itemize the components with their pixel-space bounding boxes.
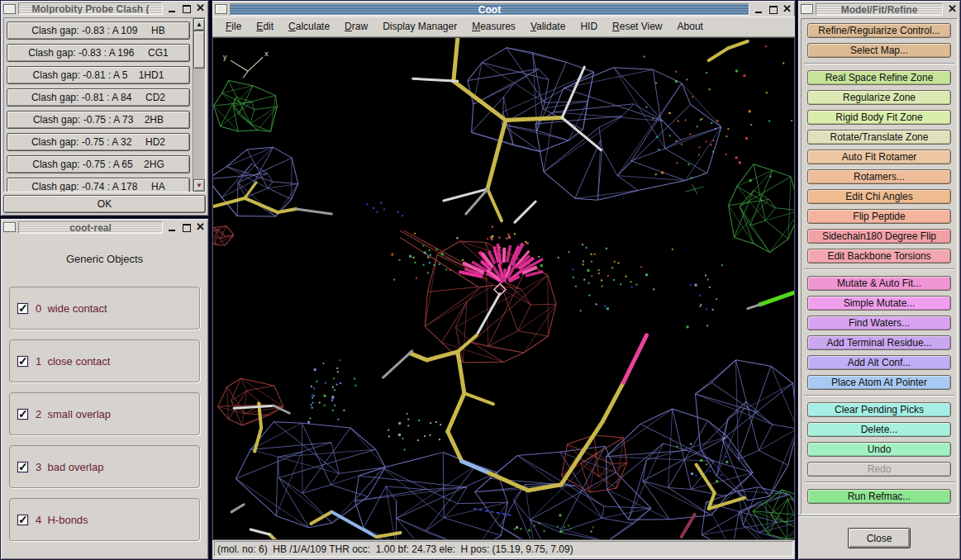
menu-validate[interactable]: Validate [524, 17, 573, 36]
mfr-close-area: Close [798, 516, 960, 559]
rotamers-button[interactable]: Rotamers... [807, 169, 951, 184]
generic-object-toggle[interactable]: 2 small overlap [17, 408, 111, 420]
run-refmac-button[interactable]: Run Refmac... [807, 489, 951, 504]
rigid-body-fit-zone-button[interactable]: Rigid Body Fit Zone [807, 110, 951, 125]
flip-peptide-button[interactable]: Flip Peptide [807, 209, 951, 224]
menu-calculate[interactable]: Calculate [282, 17, 336, 36]
window-menu-icon[interactable] [3, 4, 16, 14]
mfr-window-title: Model/Fit/Refine [816, 3, 943, 16]
edit-backbone-torsions-button[interactable]: Edit Backbone Torsions [807, 249, 951, 263]
generic-objects-list: 0 wide contact1 close contact2 small ove… [1, 287, 208, 541]
regularize-zone-button[interactable]: Regularize Zone [807, 90, 951, 105]
generic-object-toggle[interactable]: 3 bad overlap [17, 461, 103, 473]
place-atom-at-pointer-button[interactable]: Place Atom At Pointer [807, 375, 951, 390]
generic-window-titlebar[interactable]: coot-real ✕ [1, 219, 208, 235]
scroll-down-icon[interactable]: ▼ [193, 179, 205, 192]
model-fit-refine-window: Model/Fit/Refine ✕ Refine/Regularize Con… [797, 0, 961, 560]
menu-file[interactable]: File [219, 17, 248, 36]
checkbox-checked-icon[interactable] [17, 462, 28, 472]
add-terminal-residue-button[interactable]: Add Terminal Residue... [807, 335, 951, 350]
find-waters-button[interactable]: Find Waters... [807, 316, 951, 330]
clash-item-button[interactable]: Clash gap: -0.74 : A 178 HA [7, 178, 190, 192]
clash-window-titlebar[interactable]: Molprobity Probe Clash ( ✕ [1, 1, 208, 16]
generic-object-frame: 1 close contact [9, 339, 200, 382]
window-menu-icon[interactable] [3, 222, 16, 232]
clash-window-title: Molprobity Probe Clash ( [18, 2, 163, 15]
clash-item-button[interactable]: Clash gap: -0.83 : A 196 CG1 [7, 44, 190, 62]
clash-item-button[interactable]: Clash gap: -0.81 : A 84 CD2 [7, 88, 190, 107]
generic-object-label: 3 bad overlap [36, 461, 103, 473]
add-alt-conf-button[interactable]: Add Alt Conf... [807, 355, 951, 370]
undo-button[interactable]: Undo [807, 442, 951, 457]
clash-item-button[interactable]: Clash gap: -0.81 : A 5 1HD1 [7, 66, 190, 84]
generic-object-toggle[interactable]: 0 wide contact [17, 302, 107, 315]
clash-items: Clash gap: -0.83 : A 109 HBClash gap: -0… [4, 18, 193, 192]
checkbox-checked-icon[interactable] [17, 303, 28, 314]
window-menu-icon[interactable] [215, 4, 227, 14]
mutate-auto-fit-button[interactable]: Mutate & Auto Fit... [807, 276, 951, 291]
clash-item-button[interactable]: Clash gap: -0.75 : A 65 2HG [7, 155, 190, 173]
clash-list: Clash gap: -0.83 : A 109 HBClash gap: -0… [3, 17, 206, 192]
menu-reset-view[interactable]: Reset View [606, 17, 668, 36]
clash-item-button[interactable]: Clash gap: -0.75 : A 32 HD2 [7, 133, 190, 151]
menu-display-manager[interactable]: Display Manager [376, 17, 464, 36]
select-map-button[interactable]: Select Map... [807, 43, 951, 58]
axis-label: y [223, 53, 227, 61]
menu-about[interactable]: About [671, 17, 710, 36]
close-icon[interactable]: ✕ [195, 3, 206, 14]
close-icon[interactable]: ✕ [195, 222, 206, 233]
edit-chi-angles-button[interactable]: Edit Chi Angles [807, 189, 951, 204]
close-icon[interactable]: ✕ [947, 4, 958, 15]
auto-fit-rotamer-button[interactable]: Auto Fit Rotamer [807, 149, 951, 164]
main-window-titlebar[interactable]: Coot ✕ [212, 1, 795, 17]
generic-object-toggle[interactable]: 4 H-bonds [17, 514, 88, 526]
generic-object-toggle[interactable]: 1 close contact [17, 355, 110, 368]
generic-object-label: 4 H-bonds [36, 514, 88, 526]
menu-measures[interactable]: Measures [465, 17, 522, 36]
maximize-icon[interactable] [181, 222, 192, 233]
menu-draw[interactable]: Draw [338, 17, 374, 36]
close-button[interactable]: Close [848, 528, 911, 548]
clash-item-button[interactable]: Clash gap: -0.83 : A 109 HB [7, 21, 190, 40]
status-text: (mol. no: 6) HB /1/A/109 THR occ: 1.00 b… [214, 541, 793, 557]
checkbox-checked-icon[interactable] [17, 356, 28, 367]
molecular-viewport[interactable]: xy [213, 38, 794, 539]
minimize-icon[interactable] [167, 222, 178, 233]
checkbox-checked-icon[interactable] [17, 409, 28, 420]
generic-object-frame: 2 small overlap [9, 392, 200, 435]
generic-objects-window: coot-real ✕ Generic Objects 0 wide conta… [0, 218, 209, 560]
clash-list-scrollbar[interactable]: ▲ ▼ [193, 18, 205, 192]
minimize-icon[interactable] [167, 3, 178, 14]
close-icon[interactable]: ✕ [782, 4, 792, 15]
generic-object-label: 2 small overlap [36, 408, 111, 420]
scroll-up-icon[interactable]: ▲ [193, 18, 205, 31]
rotate-translate-zone-button[interactable]: Rotate/Translate Zone [807, 130, 951, 145]
delete-button[interactable]: Delete... [807, 422, 951, 437]
clear-pending-picks-button[interactable]: Clear Pending Picks [807, 402, 951, 417]
simple-mutate-button[interactable]: Simple Mutate... [807, 296, 951, 311]
minimize-icon[interactable] [754, 4, 764, 15]
ok-button[interactable]: OK [3, 195, 206, 213]
real-space-refine-zone-button[interactable]: Real Space Refine Zone [807, 70, 951, 85]
generic-object-frame: 0 wide contact [9, 287, 200, 330]
window-menu-icon[interactable] [801, 4, 813, 14]
clash-item-button[interactable]: Clash gap: -0.75 : A 73 2HB [7, 111, 190, 129]
menubar: FileEditCalculateDrawDisplay ManagerMeas… [212, 17, 795, 37]
mfr-window-titlebar[interactable]: Model/Fit/Refine ✕ [798, 1, 960, 17]
sidechain180-degree-flip-button[interactable]: Sidechain180 Degree Flip [807, 229, 951, 244]
mfr-button-list: Refine/Regularize Control...Select Map..… [801, 18, 958, 515]
ok-row: OK [1, 194, 208, 216]
window-controls: ✕ [752, 4, 792, 15]
window-controls: ✕ [945, 4, 958, 15]
checkbox-checked-icon[interactable] [17, 515, 28, 525]
window-controls: ✕ [165, 222, 206, 233]
menu-edit[interactable]: Edit [250, 17, 280, 36]
axis-label: x [264, 50, 269, 58]
maximize-icon[interactable] [768, 4, 778, 15]
maximize-icon[interactable] [181, 3, 192, 14]
refine-regularize-control-button[interactable]: Refine/Regularize Control... [807, 23, 951, 38]
molprobity-clash-window: Molprobity Probe Clash ( ✕ Clash gap: -0… [0, 0, 209, 216]
generic-window-title: coot-real [18, 221, 163, 234]
menu-hid[interactable]: HID [573, 17, 604, 36]
scrollbar-thumb[interactable] [193, 31, 205, 69]
